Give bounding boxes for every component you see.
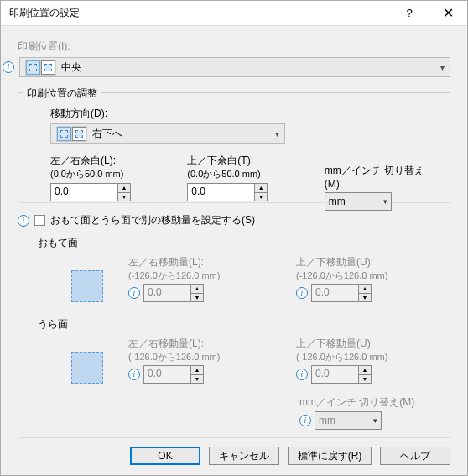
chevron-down-icon: ▾ — [275, 129, 279, 139]
spin-up-button[interactable]: ▲ — [254, 183, 268, 193]
spin-up-button[interactable]: ▲ — [117, 183, 131, 193]
help-titlebar-button[interactable]: ? — [390, 1, 429, 26]
unit-switch-label: mm／インチ 切り替え(M): — [325, 164, 438, 190]
unit-select[interactable]: mm ▾ — [325, 192, 392, 211]
dialog-title: 印刷位置の設定 — [9, 6, 390, 20]
info-icon: i — [128, 369, 140, 380]
tb-margin-value[interactable]: 0.0 — [187, 183, 254, 201]
unit-value: mm — [329, 196, 346, 207]
tb-margin-hint: (0.0から50.0 mm) — [187, 168, 300, 180]
spin-up-button: ▲ — [358, 365, 372, 375]
close-button[interactable]: ✕ — [429, 1, 467, 26]
move-direction-label: 移動方向(D): — [50, 107, 438, 121]
front-tb-value: 0.0 — [311, 284, 358, 302]
chevron-down-icon: ▾ — [373, 416, 377, 425]
spin-up-button: ▲ — [358, 284, 372, 294]
front-tb-input: 0.0 ▲ ▼ — [311, 284, 372, 302]
front-side-title: おもて面 — [38, 236, 450, 250]
back-lr-value: 0.0 — [143, 365, 190, 384]
spin-down-button: ▼ — [190, 375, 204, 384]
move-direction-value: 右下へ — [92, 127, 122, 141]
front-lr-value: 0.0 — [143, 284, 190, 302]
front-lr-hint: (-126.0から126.0 mm) — [128, 269, 271, 282]
lr-margin-value[interactable]: 0.0 — [50, 183, 117, 201]
spin-down-button[interactable]: ▼ — [254, 193, 268, 202]
tb-margin-input[interactable]: 0.0 ▲ ▼ — [187, 183, 268, 201]
chevron-down-icon: ▾ — [440, 63, 445, 72]
spin-down-button: ▼ — [358, 294, 372, 303]
spin-down-button: ▼ — [190, 294, 204, 303]
back-lr-input: 0.0 ▲ ▼ — [143, 365, 204, 384]
per-side-checkbox-label: おもて面とうら面で別の移動量を設定する(S) — [50, 213, 255, 228]
move-direction-select[interactable]: 右下へ ▾ — [50, 123, 285, 144]
info-icon: i — [3, 61, 14, 73]
per-side-checkbox[interactable] — [34, 215, 45, 226]
info-icon: i — [128, 287, 140, 299]
back-tb-input: 0.0 ▲ ▼ — [311, 365, 372, 384]
back-preview — [71, 352, 103, 384]
cancel-button[interactable]: キャンセル — [209, 447, 279, 465]
front-preview — [71, 270, 103, 302]
dialog-body: 印刷位置(I): i 中央 ▾ 印刷位置の調整 移動方向(D): 右下へ — [1, 26, 467, 442]
titlebar: 印刷位置の設定 ? ✕ — [1, 1, 467, 26]
info-icon: i — [296, 369, 308, 380]
position-preview-icon — [25, 60, 56, 76]
unit-switch-label-2: mm／インチ 切り替え(M): — [299, 395, 442, 410]
spin-down-button: ▼ — [358, 375, 372, 384]
button-bar: OK キャンセル 標準に戻す(R) ヘルプ — [1, 447, 467, 465]
lr-margin-label: 左／右余白(L): — [50, 154, 164, 168]
front-lr-input: 0.0 ▲ ▼ — [143, 284, 204, 302]
direction-preview-icon — [56, 126, 87, 142]
back-tb-hint: (-126.0から126.0 mm) — [296, 351, 439, 364]
front-lr-label: 左／右移動量(L): — [128, 255, 271, 269]
chevron-down-icon: ▾ — [383, 197, 387, 206]
back-tb-value: 0.0 — [311, 365, 358, 384]
print-position-value: 中央 — [61, 60, 81, 75]
front-tb-hint: (-126.0から126.0 mm) — [296, 269, 439, 282]
help-button[interactable]: ヘルプ — [380, 447, 450, 465]
back-lr-hint: (-126.0から126.0 mm) — [128, 351, 271, 364]
unit-select-2: mm ▾ — [315, 411, 382, 430]
spin-down-button[interactable]: ▼ — [117, 193, 131, 202]
back-tb-label: 上／下移動量(U): — [296, 337, 439, 351]
adjust-fieldset: 印刷位置の調整 移動方向(D): 右下へ ▾ 左／右余白(L): (0.0から5… — [18, 92, 450, 203]
separator — [18, 437, 450, 438]
reset-button[interactable]: 標準に戻す(R) — [288, 447, 372, 465]
print-position-select[interactable]: 中央 ▾ — [19, 57, 450, 77]
dialog: 印刷位置の設定 ? ✕ 印刷位置(I): i 中央 ▾ 印刷位置の調整 移動方向… — [0, 0, 468, 476]
spin-up-button: ▲ — [190, 284, 204, 294]
info-icon: i — [296, 287, 308, 299]
tb-margin-label: 上／下余白(T): — [187, 154, 300, 168]
ok-button[interactable]: OK — [130, 447, 200, 465]
back-side-title: うら面 — [38, 317, 450, 332]
unit-value-2: mm — [319, 415, 335, 426]
adjust-fieldset-legend: 印刷位置の調整 — [23, 86, 101, 101]
back-lr-label: 左／右移動量(L): — [128, 337, 271, 351]
info-icon: i — [299, 415, 311, 426]
front-tb-label: 上／下移動量(U): — [296, 255, 439, 269]
spin-up-button: ▲ — [190, 365, 204, 375]
lr-margin-hint: (0.0から50.0 mm) — [50, 168, 164, 180]
info-icon: i — [18, 215, 29, 227]
lr-margin-input[interactable]: 0.0 ▲ ▼ — [50, 183, 131, 201]
print-position-label: 印刷位置(I): — [18, 40, 70, 52]
